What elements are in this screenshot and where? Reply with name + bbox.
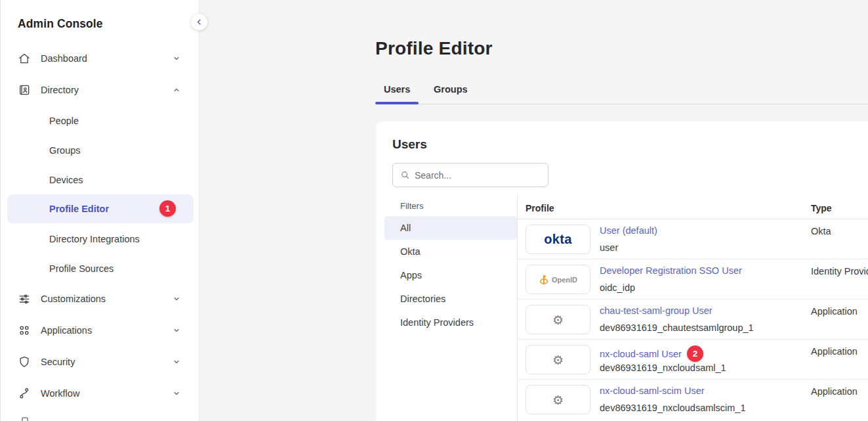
profile-link[interactable]: User (default)	[600, 225, 657, 236]
table-row: ⚙︎ nx-cloud-saml User 2 dev86931619_nxcl…	[376, 340, 868, 380]
profile-link[interactable]: chau-test-saml-group User	[600, 305, 713, 316]
sidebar-item-label: Profile Sources	[49, 263, 114, 274]
chevron-down-icon	[173, 389, 180, 397]
profile-link[interactable]: nx-cloud-saml User	[600, 349, 682, 359]
chevron-left-icon	[195, 18, 203, 26]
workflow-icon	[18, 387, 31, 400]
active-tab-indicator	[375, 102, 419, 104]
app-title: Admin Console	[18, 17, 103, 31]
sidebar-item-label: Applications	[41, 325, 92, 336]
table-row: OpenID Developer Registration SSO User o…	[376, 259, 868, 299]
openid-logo: OpenID	[526, 265, 590, 294]
sidebar-item-workflow[interactable]: Workflow	[1, 378, 199, 409]
profile-type: Identity Provider	[811, 266, 868, 277]
sidebar-item-security[interactable]: Security	[1, 346, 199, 378]
profile-id: dev86931619_nxcloudsamlscim_1	[600, 403, 745, 413]
gear-icon: ⚙︎	[552, 353, 564, 367]
sidebar-item-groups[interactable]: Groups	[1, 135, 199, 165]
chevron-down-icon	[173, 326, 180, 334]
chevron-down-icon	[173, 55, 180, 62]
sidebar-item-label: Directory Integrations	[49, 234, 140, 244]
profile-id: dev86931619_chautestsamlgroup_1	[600, 322, 754, 333]
chevron-down-icon	[173, 358, 180, 366]
card-heading: Users	[392, 137, 427, 152]
profile-type: Application	[811, 346, 858, 357]
sidebar-item-directory-integrations[interactable]: Directory Integrations	[1, 224, 199, 254]
sidebar-item-label: Profile Editor	[49, 204, 109, 214]
gear-icon: ⚙︎	[552, 313, 564, 327]
sidebar-item-dashboard[interactable]: Dashboard	[1, 43, 199, 74]
sidebar-item-directory[interactable]: Directory	[1, 74, 199, 106]
search-input[interactable]	[415, 170, 548, 181]
profile-id: user	[600, 242, 618, 253]
sidebar-item-label: Groups	[49, 145, 81, 156]
profile-link[interactable]: nx-cloud-saml-scim User	[600, 386, 705, 396]
sidebar-item-label: People	[49, 116, 79, 126]
table-row: okta User (default) user Okta	[376, 219, 868, 259]
profile-type: Application	[811, 386, 858, 397]
step-badge-1: 1	[159, 200, 176, 217]
shield-icon	[18, 355, 31, 368]
sidebar-collapse-button[interactable]	[191, 14, 207, 30]
step-badge-2: 2	[687, 345, 703, 362]
app-logo-placeholder: ⚙︎	[526, 305, 590, 334]
search-icon	[400, 170, 410, 180]
sidebar-item-people[interactable]: People	[1, 106, 199, 135]
sidebar-item-label: Directory	[41, 85, 79, 95]
contact-card-icon	[18, 83, 31, 97]
users-card: Users Filters All Okta Apps Directories …	[376, 122, 868, 421]
partial-item-icon	[20, 416, 30, 421]
sidebar-item-devices[interactable]: Devices	[1, 165, 199, 194]
app-logo-placeholder: ⚙︎	[526, 385, 590, 414]
sidebar-item-label: Devices	[49, 175, 83, 185]
profile-link[interactable]: Developer Registration SSO User	[600, 265, 742, 276]
table-row: ⚙︎ nx-cloud-saml-scim User dev86931619_n…	[376, 380, 868, 420]
app-grid-icon	[18, 324, 31, 337]
openid-icon	[539, 274, 549, 286]
gear-icon: ⚙︎	[552, 393, 564, 407]
chevron-up-icon	[173, 86, 180, 94]
column-header-profile: Profile	[526, 203, 554, 213]
okta-logo: okta	[526, 225, 590, 254]
filters-label: Filters	[400, 201, 423, 211]
profile-id: dev86931619_nxcloudsaml_1	[600, 363, 726, 373]
tab-bar-divider	[375, 104, 868, 104]
sidebar-item-customizations[interactable]: Customizations	[1, 283, 199, 315]
profile-type: Application	[811, 306, 858, 317]
profile-type: Okta	[811, 226, 831, 236]
page-title: Profile Editor	[375, 38, 493, 59]
sidebar: Admin Console Dashboard Directory People	[1, 0, 199, 421]
profile-id: oidc_idp	[600, 282, 635, 293]
chevron-down-icon	[173, 295, 180, 303]
app-logo-placeholder: ⚙︎	[526, 345, 590, 374]
sidebar-item-label: Customizations	[41, 294, 106, 304]
sidebar-item-label: Security	[41, 357, 75, 367]
sidebar-item-applications[interactable]: Applications	[1, 315, 199, 346]
admin-console-app: Admin Console Dashboard Directory People	[0, 0, 868, 421]
sidebar-item-label: Workflow	[41, 388, 79, 399]
sidebar-item-label: Dashboard	[41, 53, 87, 64]
tab-groups[interactable]: Groups	[434, 84, 468, 95]
tab-users[interactable]: Users	[384, 84, 410, 95]
search-box[interactable]	[392, 163, 548, 187]
home-icon	[18, 52, 31, 65]
sidebar-item-profile-sources[interactable]: Profile Sources	[1, 254, 199, 283]
table-row: ⚙︎ chau-test-saml-group User dev86931619…	[376, 299, 868, 340]
sliders-icon	[18, 292, 31, 305]
column-header-type: Type	[811, 203, 832, 213]
sidebar-item-profile-editor[interactable]: Profile Editor 1	[7, 194, 194, 223]
